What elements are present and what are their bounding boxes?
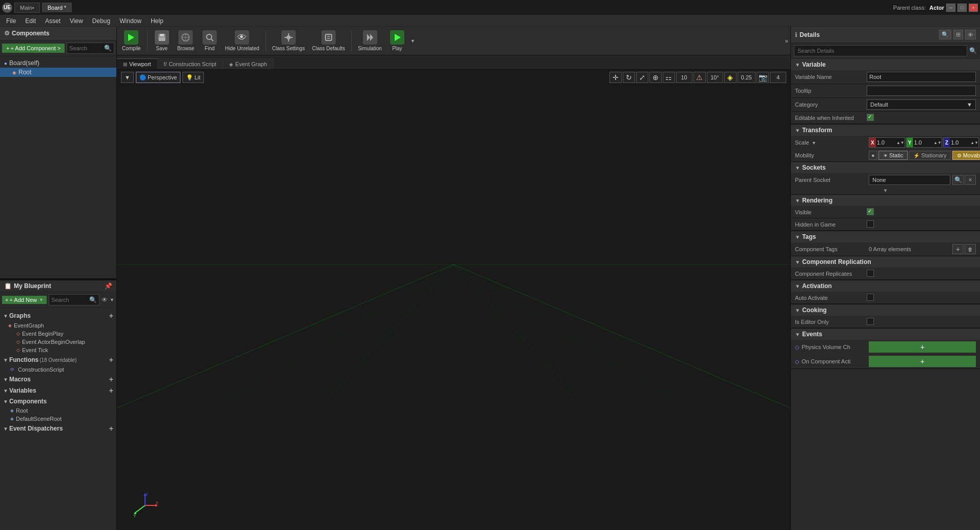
scale-y-input[interactable]	[913, 139, 933, 146]
is-editor-only-checkbox[interactable]	[867, 318, 874, 325]
scale-z-input[interactable]	[950, 139, 970, 146]
snap-grid-value[interactable]: 10	[676, 72, 692, 83]
details-grid-button[interactable]: ⊞	[953, 30, 963, 39]
variable-name-input[interactable]	[867, 72, 976, 82]
snap-scale-value[interactable]: 0.25	[738, 72, 756, 83]
mobility-movable-button[interactable]: ⚙ Movable	[952, 151, 980, 160]
scale-z-arrow[interactable]: ▲▼	[970, 140, 978, 145]
mobility-stationary-button[interactable]: ⚡ Stationary	[909, 151, 951, 160]
tag-remove-button[interactable]: 🗑	[965, 244, 976, 254]
blueprint-dropdown-icon[interactable]: ▼	[110, 297, 114, 302]
menu-edit[interactable]: Edit	[21, 16, 40, 26]
browse-button[interactable]: Browse	[174, 28, 197, 53]
camera-speed-value[interactable]: 4	[770, 72, 786, 83]
add-new-button[interactable]: + + Add New ▼	[2, 296, 47, 304]
snap-rotation-value[interactable]: 10°	[707, 72, 723, 83]
details-search-input[interactable]	[794, 45, 967, 56]
section-graphs[interactable]: ▼ Graphs +	[0, 310, 116, 321]
tab-viewport[interactable]: ⊞ Viewport	[117, 58, 158, 69]
add-component-button[interactable]: + + Add Component >	[2, 44, 65, 53]
event-tick-item[interactable]: ◇ Event Tick	[0, 346, 116, 354]
viewport-content[interactable]: ▼ 🔵 Perspective 💡 Lit ✛ ↻ ⤢ ⊕	[117, 70, 790, 530]
board-tab[interactable]: Board *	[42, 3, 72, 12]
tab-event-graph[interactable]: ◈ Event Graph	[223, 58, 274, 69]
menu-view[interactable]: View	[66, 16, 87, 26]
sockets-section-header[interactable]: ▼ Sockets	[791, 162, 980, 173]
tooltip-input[interactable]	[867, 86, 976, 96]
physics-volume-add-event-button[interactable]: +	[869, 341, 976, 353]
scale-y-arrow[interactable]: ▲▼	[933, 140, 942, 145]
socket-search-button[interactable]: 🔍	[952, 175, 964, 185]
viewport-settings-button[interactable]: ▼	[121, 72, 134, 83]
event-graph-item[interactable]: ◈ EventGraph	[0, 321, 116, 330]
macros-add-button[interactable]: +	[109, 375, 113, 383]
local-global-icon[interactable]: ⊕	[649, 72, 662, 83]
compile-button[interactable]: Compile	[119, 28, 144, 53]
transform-section-header[interactable]: ▼ Transform	[791, 125, 980, 136]
graphs-add-button[interactable]: +	[109, 312, 113, 320]
close-button[interactable]: ×	[969, 4, 978, 12]
category-dropdown[interactable]: Default ▼	[867, 99, 976, 110]
class-defaults-button[interactable]: Class Defaults	[309, 28, 348, 53]
simulation-button[interactable]: Simulation	[355, 28, 385, 53]
section-functions[interactable]: ▼ Functions (18 Overridable) +	[0, 354, 116, 365]
menu-file[interactable]: File	[2, 16, 20, 26]
hidden-in-game-checkbox[interactable]	[867, 220, 874, 228]
scale-dropdown-arrow[interactable]: ▼	[812, 140, 816, 146]
menu-help[interactable]: Help	[147, 16, 168, 26]
snap-rotation-icon[interactable]: ⚠	[693, 72, 706, 83]
activation-section-header[interactable]: ▼ Activation	[791, 280, 980, 292]
component-search-input[interactable]	[69, 45, 104, 51]
visible-checkbox[interactable]	[867, 208, 874, 215]
event-dispatchers-add-button[interactable]: +	[109, 424, 113, 433]
auto-activate-checkbox[interactable]	[867, 294, 874, 301]
section-macros[interactable]: ▼ Macros +	[0, 374, 116, 385]
rotate-icon[interactable]: ↻	[623, 72, 635, 83]
menu-asset[interactable]: Asset	[41, 16, 65, 26]
my-blueprint-pin[interactable]: 📌	[105, 282, 112, 290]
tree-item-root[interactable]: ◈ Root	[0, 68, 116, 77]
surface-icon[interactable]: ⚏	[663, 72, 675, 83]
tab-construction-script[interactable]: f/ Construction Script	[158, 58, 223, 69]
menu-debug[interactable]: Debug	[88, 16, 114, 26]
events-section-header[interactable]: ▼ Events	[791, 329, 980, 340]
variables-add-button[interactable]: +	[109, 386, 113, 395]
cooking-section-header[interactable]: ▼ Cooking	[791, 304, 980, 316]
scale-x-arrow[interactable]: ▲▼	[896, 140, 905, 145]
perspective-button[interactable]: 🔵 Perspective	[136, 72, 180, 83]
class-settings-button[interactable]: Class Settings	[269, 28, 308, 53]
lit-button[interactable]: 💡 Lit	[182, 72, 204, 83]
tree-item-board[interactable]: ● Board(self)	[0, 58, 116, 68]
comp-root-item[interactable]: ◈ Root	[0, 406, 116, 415]
rendering-section-header[interactable]: ▼ Rendering	[791, 195, 980, 206]
scale-icon[interactable]: ⤢	[636, 72, 648, 83]
mobility-static-button[interactable]: ☀ Static	[879, 151, 908, 160]
section-event-dispatchers[interactable]: ▼ Event Dispatchers +	[0, 423, 116, 434]
construction-script-item[interactable]: ⟳ ConstructionScript	[0, 365, 116, 374]
tags-section-header[interactable]: ▼ Tags	[791, 231, 980, 242]
variable-section-header[interactable]: ▼ Variable	[791, 59, 980, 70]
on-component-add-event-button[interactable]: +	[869, 356, 976, 367]
main-tab[interactable]: Main•	[14, 3, 40, 13]
find-button[interactable]: Find	[198, 28, 221, 53]
hide-unrelated-button[interactable]: 👁 Hide Unrelated	[222, 28, 262, 53]
details-eye-button[interactable]: 👁	[965, 30, 976, 39]
editable-checkbox[interactable]	[867, 114, 874, 121]
event-actor-begin-overlap-item[interactable]: ◇ Event ActorBeginOverlap	[0, 338, 116, 346]
minimize-button[interactable]: ─	[946, 4, 955, 12]
play-button[interactable]: Play	[386, 28, 409, 53]
blueprint-search-input[interactable]	[51, 297, 89, 303]
tag-add-button[interactable]: +	[952, 244, 964, 254]
blueprint-eye-icon[interactable]: 👁	[101, 296, 108, 303]
comp-default-scene-root-item[interactable]: ◈ DefaultSceneRoot	[0, 415, 116, 423]
section-variables[interactable]: ▼ Variables +	[0, 385, 116, 396]
toolbar-expand-icon[interactable]: »	[785, 37, 788, 45]
section-components[interactable]: ▼ Components	[0, 396, 116, 406]
camera-speed-icon[interactable]: 📷	[757, 72, 769, 83]
event-begin-play-item[interactable]: ◇ Event BeginPlay	[0, 330, 116, 338]
maximize-button[interactable]: □	[957, 4, 967, 12]
snap-scale-icon[interactable]: ◈	[724, 72, 737, 83]
translate-icon[interactable]: ✛	[609, 72, 622, 83]
details-search-toggle-button[interactable]: 🔍	[939, 30, 951, 39]
functions-add-button[interactable]: +	[109, 356, 113, 364]
